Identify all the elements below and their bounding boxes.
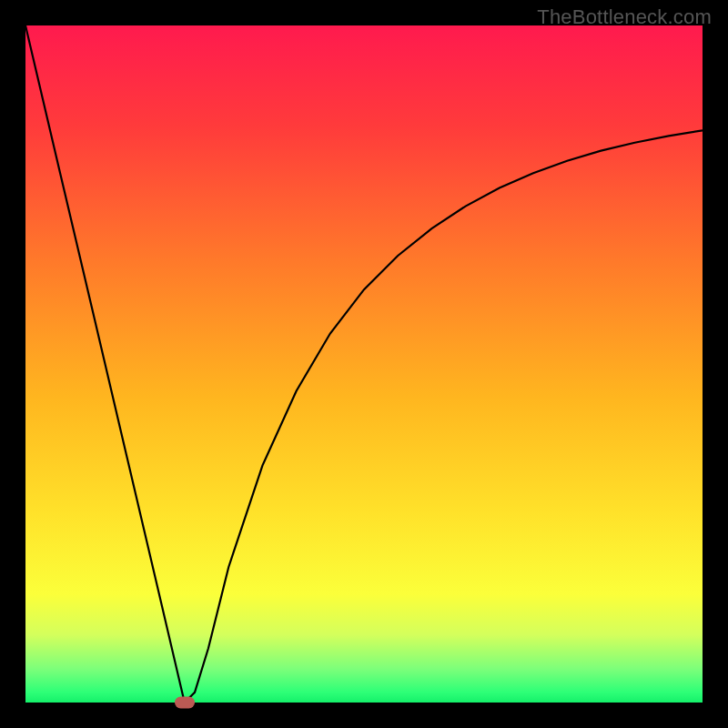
gradient-background <box>25 25 703 703</box>
bottleneck-line-chart <box>25 25 703 703</box>
plot-frame <box>25 25 703 703</box>
optimal-point-marker <box>175 697 195 709</box>
watermark-text: TheBottleneck.com <box>537 5 712 29</box>
